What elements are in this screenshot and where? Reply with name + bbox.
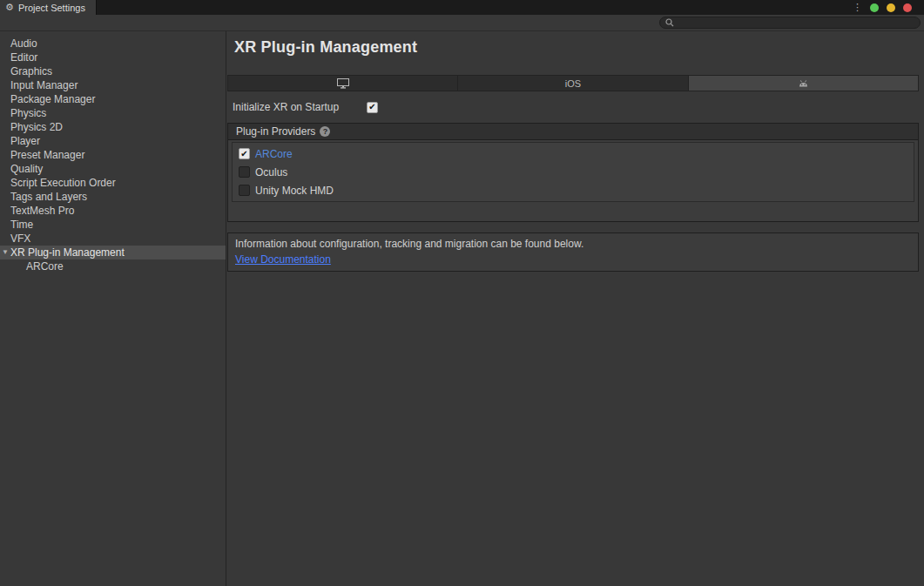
settings-category-list: Audio Editor Graphics Input Manager Pack… [0, 37, 226, 273]
provider-row-arcore[interactable]: ✔ ARCore [233, 145, 914, 163]
search-box[interactable] [659, 17, 921, 29]
plugin-providers-header: Plug-in Providers ? [228, 124, 918, 140]
sidebar-item-physics-2d[interactable]: Physics 2D [0, 120, 226, 134]
sidebar-item-player[interactable]: Player [0, 134, 226, 148]
sidebar-item-label: XR Plug-in Management [10, 246, 125, 259]
main-panel: XR Plug-in Management iOS [226, 31, 924, 586]
initialize-xr-label: Initialize XR on Startup [233, 101, 367, 113]
provider-label: Oculus [255, 166, 287, 178]
info-text: Information about configuration, trackin… [235, 238, 911, 250]
plugin-providers-box: Plug-in Providers ? ✔ ARCore Oculus Unit… [227, 123, 919, 222]
tab-android[interactable] [688, 75, 919, 91]
sidebar-item-vfx[interactable]: VFX [0, 232, 226, 246]
sidebar-item-audio[interactable]: Audio [0, 37, 226, 51]
sidebar-item-label: Physics [10, 106, 46, 120]
sidebar-item-label: Editor [10, 51, 37, 64]
sidebar-item-tags-and-layers[interactable]: Tags and Layers [0, 190, 226, 204]
provider-checkbox[interactable] [239, 166, 250, 178]
sidebar-item-package-manager[interactable]: Package Manager [0, 92, 226, 106]
provider-checkbox[interactable]: ✔ [239, 148, 250, 159]
initialize-xr-checkbox[interactable]: ✔ [367, 102, 378, 113]
window-title: Project Settings [18, 3, 85, 13]
sidebar-item-xr-plug-in-management[interactable]: ▼ XR Plug-in Management [0, 246, 226, 259]
settings-sidebar: Audio Editor Graphics Input Manager Pack… [0, 31, 226, 586]
sidebar-item-label: Input Manager [10, 78, 78, 92]
window-control-yellow[interactable] [887, 3, 895, 12]
sidebar-item-script-execution-order[interactable]: Script Execution Order [0, 176, 226, 190]
sidebar-item-label: Package Manager [10, 92, 95, 106]
sidebar-item-label: Tags and Layers [10, 190, 87, 204]
window-controls: ⋮ [853, 0, 912, 15]
sidebar-item-label: Audio [10, 37, 37, 51]
sidebar-item-preset-manager[interactable]: Preset Manager [0, 148, 226, 162]
sidebar-item-label: TextMesh Pro [10, 204, 74, 218]
foldout-triangle-icon[interactable]: ▼ [2, 246, 10, 259]
content: Audio Editor Graphics Input Manager Pack… [0, 31, 924, 586]
tab-standalone[interactable] [227, 75, 458, 91]
tab-ios[interactable]: iOS [457, 75, 688, 91]
tab-ios-label: iOS [565, 78, 581, 89]
sidebar-item-label: Time [10, 218, 33, 232]
plugin-providers-title: Plug-in Providers [236, 125, 315, 138]
sidebar-item-arcore[interactable]: ARCore [0, 259, 226, 273]
platform-tabbar: iOS [227, 75, 919, 91]
search-input[interactable] [678, 17, 914, 28]
help-icon[interactable]: ? [320, 126, 330, 137]
sidebar-item-label: Preset Manager [10, 148, 84, 162]
provider-row-unity-mock-hmd[interactable]: Unity Mock HMD [233, 181, 914, 199]
provider-label: ARCore [255, 148, 293, 160]
sidebar-item-label: Script Execution Order [10, 176, 116, 190]
provider-label: Unity Mock HMD [255, 185, 334, 197]
provider-row-oculus[interactable]: Oculus [233, 163, 914, 181]
sidebar-item-label: Player [10, 134, 40, 148]
window-control-red[interactable] [903, 3, 912, 12]
sidebar-item-physics[interactable]: Physics [0, 106, 226, 120]
provider-checkbox[interactable] [239, 185, 250, 196]
project-settings-tab[interactable]: ⚙ Project Settings [0, 0, 97, 15]
sidebar-item-input-manager[interactable]: Input Manager [0, 78, 226, 92]
view-documentation-link[interactable]: View Documentation [235, 253, 331, 266]
kebab-menu-icon[interactable]: ⋮ [853, 3, 862, 12]
initialize-xr-row: Initialize XR on Startup ✔ [233, 101, 919, 113]
monitor-icon [336, 78, 350, 89]
sidebar-item-editor[interactable]: Editor [0, 51, 226, 64]
search-icon [665, 18, 674, 27]
page-title: XR Plug-in Management [234, 38, 919, 57]
android-icon [798, 78, 809, 89]
sidebar-item-label: VFX [10, 232, 30, 246]
toolbar [0, 15, 924, 31]
provider-list: ✔ ARCore Oculus Unity Mock HMD [232, 142, 914, 202]
info-box: Information about configuration, trackin… [227, 232, 919, 272]
window-control-green[interactable] [870, 3, 879, 12]
sidebar-item-textmesh-pro[interactable]: TextMesh Pro [0, 204, 226, 218]
sidebar-item-graphics[interactable]: Graphics [0, 64, 226, 78]
sidebar-item-label: Graphics [10, 64, 52, 78]
sidebar-item-quality[interactable]: Quality [0, 162, 226, 176]
gear-icon: ⚙ [5, 3, 14, 12]
sidebar-item-label: ARCore [26, 259, 64, 273]
sidebar-item-label: Quality [10, 162, 43, 176]
providers-spacer [228, 202, 918, 221]
titlebar: ⚙ Project Settings ⋮ [0, 0, 924, 15]
sidebar-item-label: Physics 2D [10, 120, 63, 134]
sidebar-item-time[interactable]: Time [0, 218, 226, 232]
